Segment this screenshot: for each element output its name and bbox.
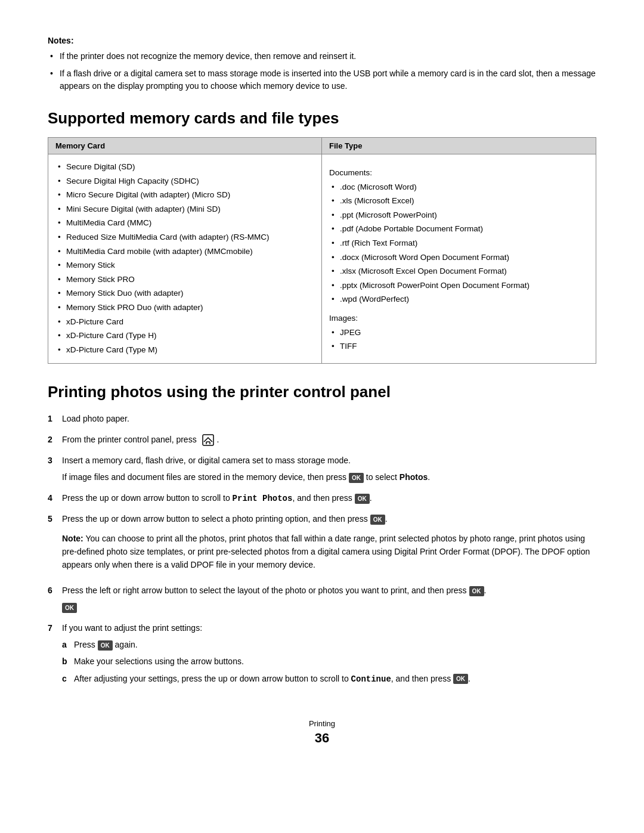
footer: Printing 36 [48, 719, 596, 746]
section2-heading: Printing photos using the printer contro… [48, 383, 596, 401]
list-item: .pptx (Microsoft PowerPoint Open Documen… [329, 279, 589, 292]
step-content-3: Insert a memory card, flash drive, or di… [62, 454, 596, 484]
step4-mono: Print Photos [233, 494, 293, 503]
ok-button-step5: OK [370, 515, 385, 525]
step2-period: . [216, 435, 219, 444]
list-item: MultiMedia Card mobile (with adapter) (M… [55, 245, 314, 258]
substep-b-label: b [62, 655, 74, 668]
svg-rect-0 [203, 435, 213, 445]
step-content-1: Load photo paper. [62, 412, 596, 425]
step-num-7: 7 [48, 621, 62, 634]
ok-button-step4: OK [355, 494, 370, 504]
steps-list: 1 Load photo paper. 2 From the printer c… [48, 412, 596, 689]
substep-b: b Make your selections using the arrow b… [62, 655, 596, 668]
file-types-list: Documents: .doc (Microsoft Word) .xls (M… [322, 154, 596, 363]
col1-header: Memory Card [48, 138, 322, 154]
step-4: 4 Press the up or down arrow button to s… [48, 491, 596, 505]
substep-a: a Press OK again. [62, 638, 596, 651]
notes-section: Notes: If the printer does not recognize… [48, 36, 596, 92]
list-item: .rtf (Rich Text Format) [329, 237, 589, 250]
list-item: JPEG [329, 326, 589, 339]
step-num-4: 4 [48, 491, 62, 504]
substep-a-label: a [62, 638, 74, 651]
section-printing-photos: Printing photos using the printer contro… [48, 383, 596, 689]
step-5: 5 Press the up or down arrow button to s… [48, 512, 596, 577]
step3-text: Insert a memory card, flash drive, or di… [62, 456, 351, 465]
list-item: Memory Stick [55, 259, 314, 272]
list-item: .docx (Microsoft Word Open Document Form… [329, 251, 589, 264]
list-item: .doc (Microsoft Word) [329, 181, 589, 194]
footer-label: Printing [48, 719, 596, 728]
image-items: JPEG TIFF [329, 326, 589, 353]
substeps-list: a Press OK again. b Make your selections… [62, 638, 596, 686]
documents-label: Documents: [329, 166, 589, 179]
step-content-5: Press the up or down arrow button to sel… [62, 512, 596, 577]
list-item: Memory Stick Duo (with adapter) [55, 287, 314, 300]
step-2: 2 From the printer control panel, press … [48, 433, 596, 447]
step-content-6: Press the left or right arrow button to … [62, 584, 596, 614]
memory-cards-table: Memory Card File Type Secure Digital (SD… [48, 137, 596, 364]
table-body-row: Secure Digital (SD) Secure Digital High … [48, 154, 596, 363]
ok-button-inline: OK [349, 473, 364, 483]
list-item: Micro Secure Digital (with adapter) (Mic… [55, 188, 314, 202]
substep-c-mono: Continue [351, 674, 391, 684]
list-item: Secure Digital High Capacity (SDHC) [55, 175, 314, 188]
step-num-1: 1 [48, 412, 62, 425]
step-6: 6 Press the left or right arrow button t… [48, 584, 596, 614]
substep-c-label: c [62, 672, 74, 686]
list-item: Mini Secure Digital (with adapter) (Mini… [55, 203, 314, 216]
substep-c: c After adjusting your settings, press t… [62, 672, 596, 686]
step-content-4: Press the up or down arrow button to scr… [62, 491, 596, 505]
doc-items: .doc (Microsoft Word) .xls (Microsoft Ex… [329, 181, 589, 306]
step-num-5: 5 [48, 512, 62, 525]
list-item: .wpd (WordPerfect) [329, 293, 589, 306]
images-label: Images: [329, 312, 589, 325]
list-item: Secure Digital (SD) [55, 160, 314, 174]
step-num-6: 6 [48, 584, 62, 597]
notes-item-2: If a flash drive or a digital camera set… [48, 67, 596, 92]
notes-item-1: If the printer does not recognize the me… [48, 50, 596, 63]
list-item: Memory Stick PRO [55, 273, 314, 286]
section1-heading: Supported memory cards and file types [48, 109, 596, 128]
col2-header: File Type [322, 138, 596, 154]
ok-button-step6a: OK [469, 586, 484, 596]
list-item: xD-Picture Card (Type M) [55, 343, 314, 357]
section-memory-cards: Supported memory cards and file types Me… [48, 109, 596, 364]
footer-page: 36 [48, 730, 596, 746]
list-item: .xls (Microsoft Excel) [329, 194, 589, 208]
substep-c-content: After adjusting your settings, press the… [74, 672, 596, 686]
step-num-3: 3 [48, 454, 62, 467]
substep-b-content: Make your selections using the arrow but… [74, 655, 596, 668]
memory-card-items: Secure Digital (SD) Secure Digital High … [55, 160, 314, 356]
list-item: .pdf (Adobe Portable Document Format) [329, 222, 589, 236]
ok-button-substep-a: OK [98, 640, 113, 651]
substep-a-content: Press OK again. [74, 638, 596, 651]
note-bold-label: Note: [62, 534, 83, 543]
notes-title: Notes: [48, 36, 596, 45]
step5-note: Note: You can choose to print all the ph… [62, 532, 596, 572]
memory-cards-list: Secure Digital (SD) Secure Digital High … [48, 154, 322, 363]
step-3: 3 Insert a memory card, flash drive, or … [48, 454, 596, 484]
table-header-row: Memory Card File Type [48, 138, 596, 154]
list-item: TIFF [329, 340, 589, 353]
list-item: xD-Picture Card [55, 315, 314, 329]
step-7: 7 If you want to adjust the print settin… [48, 621, 596, 690]
list-item: xD-Picture Card (Type H) [55, 329, 314, 342]
step-num-2: 2 [48, 433, 62, 446]
list-item: Memory Stick PRO Duo (with adapter) [55, 301, 314, 314]
notes-list: If the printer does not recognize the me… [48, 50, 596, 92]
step3-sub: If image files and document files are st… [62, 470, 596, 484]
list-item: .xlsx (Microsoft Excel Open Document For… [329, 265, 589, 278]
list-item: Reduced Size MultiMedia Card (with adapt… [55, 231, 314, 244]
step-content-7: If you want to adjust the print settings… [62, 621, 596, 690]
ok-button-substep-c: OK [453, 674, 468, 684]
list-item: MultiMedia Card (MMC) [55, 216, 314, 230]
step7-text: If you want to adjust the print settings… [62, 623, 202, 633]
printer-panel-icon [202, 433, 215, 447]
step-1: 1 Load photo paper. [48, 412, 596, 425]
ok-button-step6b: OK [62, 603, 77, 613]
step2-text: From the printer control panel, press [62, 435, 197, 444]
list-item: .ppt (Microsoft PowerPoint) [329, 209, 589, 222]
step-content-2: From the printer control panel, press . [62, 433, 596, 447]
